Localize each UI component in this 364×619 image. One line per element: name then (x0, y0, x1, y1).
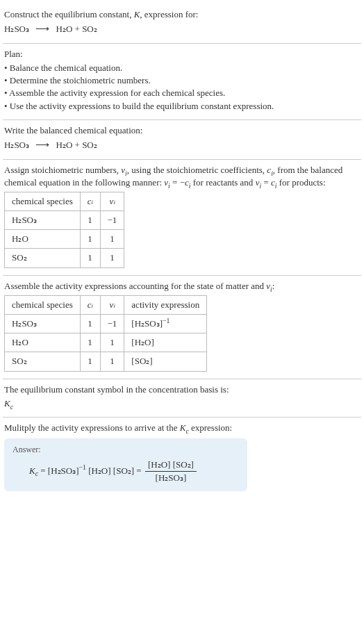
expr-sup: −1 (163, 317, 169, 324)
plan-list: • Balance the chemical equation. • Deter… (4, 62, 360, 113)
col-header: activity expression (124, 295, 207, 314)
cell-nu: 1 (100, 333, 124, 352)
kc-sub: c (10, 402, 13, 410)
activity-section: Assemble the activity expressions accoun… (3, 277, 361, 377)
multiply-heading: Mulitply the activity expressions to arr… (4, 422, 360, 434)
cell-nu: 1 (100, 249, 124, 267)
term1-sup: −1 (79, 463, 86, 471)
col-header: cᵢ (80, 295, 100, 314)
activity-table: chemical species cᵢ νᵢ activity expressi… (4, 295, 207, 372)
table-row: H₂O 1 1 (5, 230, 124, 249)
balanced-heading: Write the balanced chemical equation: (4, 124, 360, 137)
col-header: cᵢ (80, 192, 100, 211)
table-row: H₂SO₃ 1 −1 [H₂SO₃]−1 (5, 315, 207, 333)
cell-species: H₂SO₃ (5, 315, 81, 333)
expr-base: [H₂SO₃] (131, 318, 163, 329)
balanced-section: Write the balanced chemical equation: H₂… (3, 122, 361, 158)
answer-label: Answer: (13, 444, 239, 456)
arrow-icon: ⟶ (35, 22, 49, 36)
col-header: chemical species (5, 192, 81, 211)
symbol-section: The equilibrium constant symbol in the c… (3, 381, 361, 415)
plan-item: • Use the activity expressions to build … (4, 100, 360, 113)
cell-c: 1 (80, 315, 100, 333)
equals: = (38, 465, 48, 476)
text: for reactants and (191, 177, 256, 188)
kc-base: K (4, 398, 10, 408)
term1-base: [H₂SO₃] (48, 465, 79, 476)
cell-nu: −1 (100, 211, 124, 230)
text: expression: (189, 422, 232, 433)
divider (3, 43, 361, 44)
text: , using the stoichiometric coefficients, (127, 165, 267, 175)
cell-c: 1 (80, 249, 100, 267)
answer-box: Answer: Kc = [H₂SO₃]−1 [H₂O] [SO₂] = [H₂… (4, 438, 247, 491)
cell-expr: [SO₂] (124, 352, 207, 371)
table-row: SO₂ 1 1 (5, 249, 124, 267)
cell-c: 1 (80, 333, 100, 352)
divider (3, 379, 361, 379)
symbol-text: The equilibrium constant symbol in the c… (4, 383, 360, 396)
plan-item: • Assemble the activity expression for e… (4, 87, 360, 99)
table-header-row: chemical species cᵢ νᵢ activity expressi… (5, 295, 207, 314)
divider (3, 275, 361, 276)
reaction-equation: H₂SO₃ ⟶ H₂O + SO₂ (4, 22, 360, 36)
plus: + (72, 140, 82, 150)
cell-expr: [H₂O] (124, 333, 207, 352)
product-2: SO₂ (82, 140, 97, 150)
divider (3, 417, 361, 418)
stoich-paragraph: Assign stoichiometric numbers, νi, using… (4, 164, 360, 189)
product-1: H₂O (56, 140, 73, 150)
product-1: H₂O (56, 24, 73, 34)
cell-species: SO₂ (5, 352, 81, 371)
table-header-row: chemical species cᵢ νᵢ (5, 192, 124, 211)
divider (3, 159, 361, 160)
text: Mulitply the activity expressions to arr… (4, 422, 180, 433)
reactant: H₂SO₃ (4, 140, 29, 150)
text: = (261, 177, 271, 188)
intro-text-prefix: Construct the equilibrium constant, (4, 9, 134, 19)
cell-expr: [H₂SO₃]−1 (124, 315, 207, 333)
cell-species: H₂O (5, 230, 81, 249)
cell-nu: −1 (100, 315, 124, 333)
text: : (272, 281, 275, 291)
cell-c: 1 (80, 211, 100, 230)
product-2: SO₂ (82, 24, 97, 34)
cell-nu: 1 (100, 230, 124, 249)
plan-heading: Plan: (4, 48, 360, 60)
cell-species: H₂SO₃ (5, 211, 81, 230)
plan-section: Plan: • Balance the chemical equation. •… (3, 45, 361, 118)
fraction: [H₂O] [SO₂][H₂SO₃] (145, 459, 197, 484)
cell-species: SO₂ (5, 249, 81, 267)
kc-expression: Kc = [H₂SO₃]−1 [H₂O] [SO₂] = [H₂O] [SO₂]… (13, 459, 239, 484)
text: for products: (276, 177, 325, 188)
kc-symbol: Kc (4, 397, 360, 410)
plus: + (72, 24, 82, 34)
expr-base: [SO₂] (131, 356, 152, 366)
col-header: νᵢ (100, 295, 124, 314)
cell-c: 1 (80, 230, 100, 249)
equals: = (134, 465, 144, 476)
table-row: H₂O 1 1 [H₂O] (5, 333, 207, 352)
stoich-section: Assign stoichiometric numbers, νi, using… (3, 161, 361, 274)
stoich-table: chemical species cᵢ νᵢ H₂SO₃ 1 −1 H₂O 1 … (4, 192, 124, 268)
text: = − (170, 177, 185, 188)
term3: [SO₂] (113, 465, 134, 476)
multiply-section: Mulitply the activity expressions to arr… (3, 419, 361, 497)
intro-section: Construct the equilibrium constant, K, e… (3, 6, 361, 42)
balanced-equation: H₂SO₃ ⟶ H₂O + SO₂ (4, 138, 360, 152)
plan-item: • Balance the chemical equation. (4, 62, 360, 74)
numerator: [H₂O] [SO₂] (145, 459, 197, 472)
col-header: νᵢ (100, 192, 124, 211)
kc-base: K (29, 465, 35, 476)
term2: [H₂O] (88, 465, 110, 476)
activity-heading: Assemble the activity expressions accoun… (4, 280, 360, 292)
denominator: [H₂SO₃] (145, 472, 197, 484)
divider (3, 119, 361, 120)
expr-base: [H₂O] (131, 337, 154, 347)
cell-c: 1 (80, 352, 100, 371)
cell-nu: 1 (100, 352, 124, 371)
text: Assemble the activity expressions accoun… (4, 281, 266, 291)
cell-species: H₂O (5, 333, 81, 352)
plan-item: • Determine the stoichiometric numbers. (4, 74, 360, 87)
arrow-icon: ⟶ (35, 138, 49, 152)
